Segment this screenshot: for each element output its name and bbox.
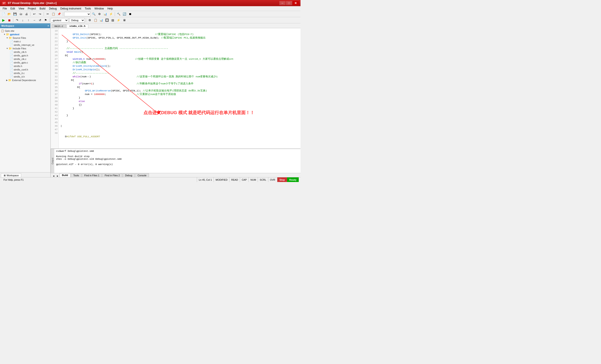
editor-scroll[interactable]: 19202122 23242526 27282930 31323334 3536… [51,28,300,149]
output-tabs: ◄ ► Build Tools Find in Files 1 Find in … [51,173,300,177]
window-controls: ─ □ ✕ [279,1,299,5]
tree-item-stm8s-h[interactable]: 📄 stm8s.h [0,64,50,68]
scrl-section: SCRL [258,177,268,182]
sidebar-close-btn[interactable]: × [48,24,49,27]
output-content[interactable]: cvdwarf Debug\gpiotest.sm8 Running Post-… [54,149,300,173]
debug-play-button[interactable]: ▶ [1,18,6,23]
save-button[interactable]: 💾 [12,12,18,17]
project-select[interactable]: gpiotest [51,18,68,22]
output-tab-console[interactable]: Console [135,173,149,177]
tab-stm8s-clk-h[interactable]: stm8s_clk.h [67,24,89,28]
debug-extra-5[interactable]: ▤ [110,18,115,23]
debug-extra-4[interactable]: 🔲 [104,18,110,23]
modified-label: MODIFIED [216,179,228,181]
menu-window[interactable]: Window [93,6,106,11]
new-button[interactable]: 📄 [1,12,6,17]
output-tab-find2[interactable]: Find in Files 2 [102,173,122,177]
tree-item-stm8s-conf-h[interactable]: 📄 stm8s_conf.h [0,68,50,71]
tree-item-main-c[interactable]: 📄 main.c [0,40,50,43]
debug-btn-extra[interactable]: ⚑ [43,18,48,23]
code-lines[interactable]: GPIO_DeInit(GPIOC); //重置端口GPIOC (包括PC0~7… [59,28,300,149]
output-line-4: chex -o Debug\gpiotest.sl9 Debug\gpiotes… [56,158,299,160]
search-dropdown[interactable] [64,12,91,16]
debug-extra-6[interactable]: ⚡ [116,18,121,23]
menu-view[interactable]: View [17,6,26,11]
stop-status: Stop [277,177,287,182]
output-tab-tools[interactable]: Tools [71,173,81,177]
toolbar-btn-5[interactable]: ⚙ [97,12,102,17]
debug-extra-7[interactable]: 🖥 [121,18,127,23]
build-button[interactable]: 🔨 [116,12,121,17]
title-bar: ST ST Visual Develop - Gpio.stw - [main.… [0,0,300,6]
copy-button[interactable]: 📋 [51,12,56,17]
position-section: Ln 45, Col 1 [197,177,214,182]
toolbar-btn-7[interactable]: ⚡ [108,12,114,17]
menu-debug-instrument[interactable]: Debug instrument [59,6,83,11]
tree-item-stm8s-clk-h[interactable]: 📄 stm8s_clk.h [0,50,50,54]
rebuild-button[interactable]: 🔄 [122,12,127,17]
stop-build-button[interactable]: ⏹ [128,12,133,17]
tree-item-gpiotest[interactable]: ▼ 📁 gpiotest [0,33,50,36]
code-container: 19202122 23242526 27282930 31323334 3536… [51,28,300,149]
output-tab-debug[interactable]: Debug [123,173,135,177]
tree-item-source-files[interactable]: ▼ 📁 Source Files [0,36,50,40]
toolbar-btn-6[interactable]: 📊 [103,12,108,17]
tree-item-include-files[interactable]: ▼ 📁 Include Files [0,47,50,50]
step-over-button[interactable]: ↷ [14,18,20,23]
debug-extra-3[interactable]: 📊 [99,18,104,23]
open-button[interactable]: 📂 [7,12,12,17]
menu-build[interactable]: Build [38,6,47,11]
menu-debug[interactable]: Debug [47,6,59,11]
file-icon-stm8s-h: 📄 [10,65,13,68]
tree-label-gpio-stw: Gpio.stw [5,29,14,32]
step-out-button[interactable]: ↑ [26,18,31,23]
debug-extra-2[interactable]: 📋 [93,18,98,23]
output-line-2 [56,153,299,155]
tree-item-external[interactable]: ▶ 📁 External Dependencie [0,78,50,82]
file-icon-it-h: 📄 [10,75,13,78]
menu-edit[interactable]: Edit [9,6,17,11]
menu-help[interactable]: Help [106,6,115,11]
debug-extra-1[interactable]: ⚙ [87,18,92,23]
output-tab-find1[interactable]: Find in Files 1 [82,173,102,177]
tree-item-stm8s-it-c[interactable]: 📄 stm8s_it.c [0,71,50,75]
tab-main-c[interactable]: main.c [52,24,66,28]
debug-stop-button[interactable]: ⏹ [7,18,12,23]
saveall-button[interactable]: 🗂 [18,12,23,17]
restore-button[interactable]: □ [286,1,292,5]
run-to-cursor-button[interactable]: → [31,18,37,23]
arrow-external: ▶ [6,79,8,81]
tree-item-stm8s-it-h[interactable]: 📄 stm8s_it.h [0,75,50,78]
search-button[interactable]: 🔍 [91,12,96,17]
num-label: NUM [250,179,256,181]
tree-label-it-c: stm8s_it.c [14,72,25,75]
print-button[interactable]: 🖨 [24,12,29,17]
step-into-button[interactable]: ↓ [20,18,25,23]
arrow-gpiotest: ▼ [3,33,6,36]
tree-label-source: Source Files [13,37,26,39]
tree-item-gpio-stw[interactable]: 📋 Gpio.stw [0,29,50,33]
tree-item-stm8s-gpio-c[interactable]: 📄 stm8s_gpio.c [0,61,50,64]
editor-tabs: main.c stm8s_clk.h [51,23,300,28]
workspace-tab[interactable]: 🖥 Workspace [1,173,21,177]
workspace-tab-label: Workspace [7,174,19,177]
config-select[interactable]: Debug [69,18,85,22]
nav-arrows-2[interactable]: ► [56,175,60,177]
redo-button[interactable]: ↪ [37,12,43,17]
menu-tools[interactable]: Tools [83,6,93,11]
close-button[interactable]: ✕ [292,1,299,5]
nav-arrows[interactable]: ◄ [52,175,56,177]
tree-item-stm8s-gpio-h[interactable]: 📄 stm8s_gpio.h [0,54,50,57]
tree-label-conf-h: stm8s_conf.h [14,68,28,71]
paste-button[interactable]: 📌 [57,12,62,17]
minimize-button[interactable]: ─ [279,1,285,5]
menu-project[interactable]: Project [26,6,38,11]
undo-button[interactable]: ↩ [31,12,37,17]
menu-file[interactable]: File [1,6,9,11]
tree-item-stm8s-clk-c[interactable]: 📄 stm8s_clk.c [0,57,50,61]
tree-item-stm8-interrupt[interactable]: 📄 stm8s_interrupt_ve [0,43,50,47]
cut-button[interactable]: ✂ [45,12,50,17]
output-tab-build[interactable]: Build [60,173,70,177]
sidebar-title: Workspace [1,24,14,27]
reset-button[interactable]: ↺ [37,18,43,23]
